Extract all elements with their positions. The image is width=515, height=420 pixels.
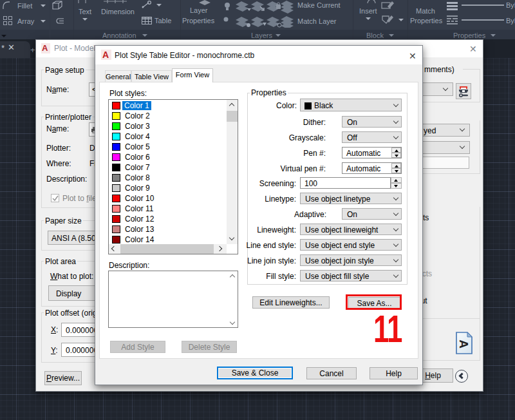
svg-text:A: A bbox=[457, 339, 471, 348]
